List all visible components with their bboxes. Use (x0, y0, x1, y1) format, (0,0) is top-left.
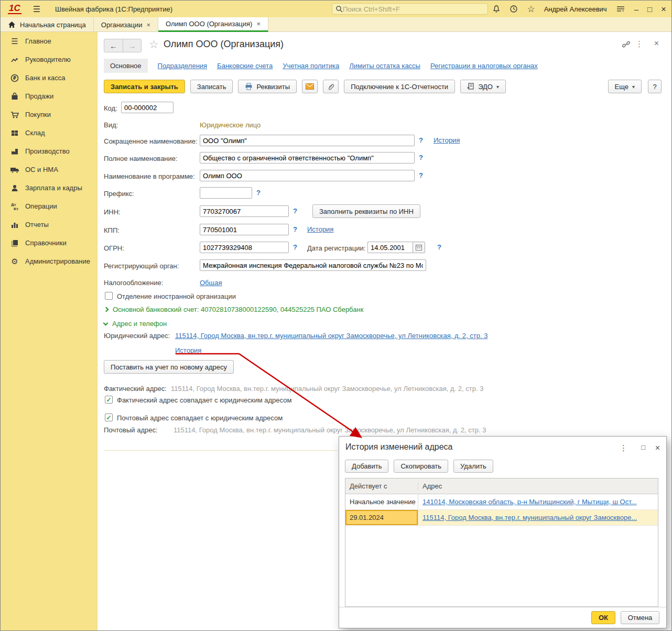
postal-same-checkbox[interactable]: ✓ (105, 414, 113, 421)
sidebar-item-fixed-assets[interactable]: ОС и НМА (1, 160, 97, 179)
dialog-maximize-icon[interactable]: □ (641, 443, 645, 451)
tab-bank-accounts[interactable]: Банковские счета (217, 62, 273, 70)
save-button[interactable]: Записать (190, 80, 233, 93)
kpp-history-link[interactable]: История (307, 225, 333, 233)
sidebar-item-directories[interactable]: Справочники (1, 234, 97, 252)
form-menu-dots-icon[interactable]: ⋮ (635, 39, 643, 49)
global-search[interactable] (332, 3, 488, 15)
sidebar-item-sales[interactable]: Продажи (1, 87, 97, 105)
more-button[interactable]: Еще ▾ (608, 80, 642, 93)
row-date[interactable]: Начальное значение (345, 494, 418, 509)
help-icon[interactable]: ? (437, 243, 441, 251)
tab-olimp-organization[interactable]: Олимп ООО (Организация) × (158, 17, 268, 32)
register-new-address-button[interactable]: Поставить на учет по новому адресу (104, 360, 234, 374)
favorites-star-icon[interactable]: ☆ (527, 4, 535, 15)
close-icon[interactable]: × (146, 21, 150, 29)
send-email-button[interactable] (302, 80, 318, 93)
connect-1c-reporting-button[interactable]: Подключение к 1С-Отчетности (344, 80, 455, 93)
cancel-button[interactable]: Отмена (621, 611, 659, 624)
copy-button[interactable]: Скопировать (394, 460, 448, 473)
history-clock-icon[interactable] (510, 5, 518, 13)
help-icon[interactable]: ? (419, 171, 423, 179)
help-icon[interactable]: ? (256, 189, 261, 197)
delete-button[interactable]: Удалить (453, 460, 493, 473)
calendar-icon[interactable] (413, 242, 425, 253)
bank-account-section-toggle[interactable]: Основной банковский счет: 40702810738000… (104, 306, 363, 313)
close-icon[interactable]: × (256, 20, 261, 28)
tab-departments[interactable]: Подразделения (158, 62, 208, 70)
column-header-address[interactable]: Адрес (418, 482, 658, 490)
inn-input[interactable] (200, 205, 289, 217)
fill-by-inn-button[interactable]: Заполнить реквизиты по ИНН (312, 204, 420, 218)
help-icon[interactable]: ? (419, 136, 423, 144)
address-history-link[interactable]: История (175, 346, 201, 354)
service-menu-icon[interactable] (616, 5, 625, 13)
notifications-bell-icon[interactable] (492, 5, 501, 13)
row-address-link[interactable]: 115114, Город Москва, вн.тер.г. муниципа… (422, 514, 637, 521)
prefix-input[interactable] (200, 187, 252, 199)
form-close-icon[interactable]: × (654, 39, 659, 48)
help-icon[interactable]: ? (293, 243, 297, 251)
tab-cash-limits[interactable]: Лимиты остатка кассы (349, 62, 420, 70)
main-menu-icon[interactable]: ☰ (33, 4, 40, 14)
kpp-label: КПП: (104, 226, 120, 234)
sidebar-item-purchases[interactable]: Покупки (1, 105, 97, 124)
prefix-label: Префикс: (104, 190, 134, 198)
row-date-selected[interactable]: 29.01.2024 (345, 510, 418, 525)
table-row-selected[interactable]: 29.01.2024 115114, Город Москва, вн.тер.… (345, 510, 658, 526)
code-input[interactable] (121, 102, 174, 113)
window-minimize-button[interactable]: – (634, 5, 638, 13)
reg-date-input[interactable] (367, 242, 413, 253)
dialog-close-icon[interactable]: × (655, 443, 660, 453)
row-address-link[interactable]: 141014, Московская область, р-н Мытищинс… (422, 498, 637, 506)
titlebar-icons: ☆ Андрей Алексеевич – □ × (492, 1, 666, 17)
attachments-button[interactable] (323, 80, 339, 93)
save-and-close-button[interactable]: Записать и закрыть (104, 80, 185, 93)
address-section-toggle[interactable]: Адрес и телефон (104, 320, 167, 328)
sidebar-item-operations[interactable]: ДтКт Операции (1, 197, 97, 215)
short-name-input[interactable] (200, 135, 415, 146)
help-icon[interactable]: ? (419, 154, 423, 161)
get-link-icon[interactable] (622, 40, 631, 49)
favorite-star-icon[interactable]: ☆ (149, 38, 159, 51)
name-history-link[interactable]: История (433, 136, 460, 144)
sidebar-item-bank-cash[interactable]: ₽ Банк и касса (1, 69, 97, 87)
sidebar-item-production[interactable]: Производство (1, 142, 97, 160)
reg-authority-input[interactable] (200, 259, 426, 271)
edo-button[interactable]: ЭДО ▾ (460, 80, 506, 93)
sidebar-item-administration[interactable]: ⚙ Администрирование (1, 252, 97, 270)
tab-home[interactable]: Начальная страница (1, 17, 94, 32)
help-icon[interactable]: ? (293, 207, 297, 215)
tab-tax-registrations[interactable]: Регистрации в налоговых органах (430, 62, 538, 70)
tab-accounting-policy[interactable]: Учетная политика (283, 62, 339, 70)
full-name-input[interactable] (200, 152, 415, 164)
kpp-input[interactable] (200, 224, 289, 235)
foreign-branch-checkbox[interactable] (105, 292, 113, 300)
table-row[interactable]: Начальное значение 141014, Московская об… (345, 494, 658, 510)
tab-main[interactable]: Основное (104, 59, 148, 73)
taxation-value-link[interactable]: Общая (200, 279, 222, 287)
window-close-button[interactable]: × (661, 5, 666, 14)
sidebar-item-payroll-hr[interactable]: Зарплата и кадры (1, 179, 97, 197)
ogrn-input[interactable] (200, 242, 289, 253)
actual-same-checkbox[interactable]: ✓ (105, 396, 113, 404)
forward-arrow-button[interactable]: → (123, 39, 141, 52)
help-icon[interactable]: ? (293, 225, 297, 233)
sidebar-item-reports[interactable]: Отчеты (1, 215, 97, 234)
window-maximize-button[interactable]: □ (647, 5, 652, 13)
ok-button[interactable]: ОК (591, 611, 615, 624)
requisites-button[interactable]: Реквизиты (238, 80, 297, 93)
legal-address-link[interactable]: 115114, Город Москва, вн.тер.г. муниципа… (175, 332, 487, 340)
search-input[interactable] (343, 5, 484, 13)
column-header-date[interactable]: Действует с (345, 482, 418, 490)
sidebar-item-warehouse[interactable]: Склад (1, 124, 97, 142)
back-arrow-button[interactable]: ← (104, 39, 123, 52)
sidebar-item-manager[interactable]: Руководителю (1, 50, 97, 69)
sidebar-item-main[interactable]: ☰ Главное (1, 32, 97, 50)
dialog-menu-dots-icon[interactable]: ⋮ (620, 443, 627, 453)
add-button[interactable]: Добавить (345, 460, 388, 473)
tab-organizations[interactable]: Организации × (94, 17, 158, 32)
current-user-name[interactable]: Андрей Алексеевич (544, 5, 607, 13)
help-button[interactable]: ? (648, 80, 662, 93)
program-name-input[interactable] (200, 170, 415, 181)
